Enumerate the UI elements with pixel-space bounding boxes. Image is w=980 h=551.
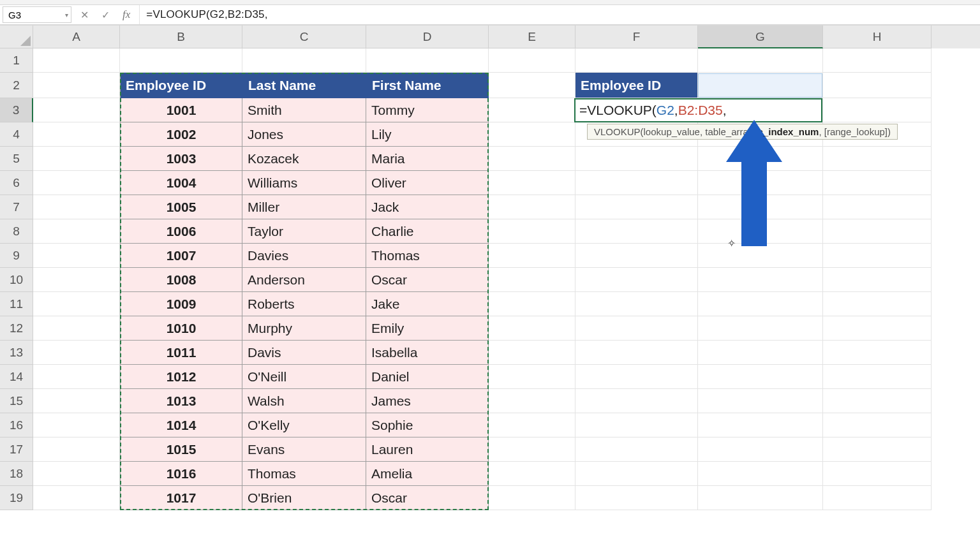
formula-input[interactable]: =VLOOKUP(G2,B2:D35, <box>140 5 980 24</box>
cell-H17[interactable] <box>823 437 932 462</box>
cell-F16[interactable] <box>575 413 698 437</box>
cell-E15[interactable] <box>489 389 575 413</box>
row-header-12[interactable]: 12 <box>0 316 33 341</box>
cell-C4[interactable]: Jones <box>242 122 366 147</box>
cell-A4[interactable] <box>33 122 120 147</box>
cell-A13[interactable] <box>33 341 120 365</box>
select-all-corner[interactable] <box>0 26 33 48</box>
row-header-15[interactable]: 15 <box>0 389 33 413</box>
cell-H7[interactable] <box>823 195 932 219</box>
row-header-8[interactable]: 8 <box>0 219 33 244</box>
cell-B19[interactable]: 1017 <box>120 486 242 510</box>
cell-C3[interactable]: Smith <box>242 98 366 122</box>
cell-D13[interactable]: Isabella <box>366 341 489 365</box>
cell-C12[interactable]: Murphy <box>242 316 366 341</box>
cell-E2[interactable] <box>489 73 575 98</box>
cell-B18[interactable]: 1016 <box>120 462 242 486</box>
cell-A15[interactable] <box>33 389 120 413</box>
cell-B15[interactable]: 1013 <box>120 389 242 413</box>
cell-H18[interactable] <box>823 462 932 486</box>
cell-G17[interactable] <box>698 437 823 462</box>
cell-D1[interactable] <box>366 48 489 73</box>
cell-F18[interactable] <box>575 462 698 486</box>
cell-F13[interactable] <box>575 341 698 365</box>
cell-G19[interactable] <box>698 486 823 510</box>
cell-D2[interactable]: First Name <box>366 73 489 98</box>
cell-H10[interactable] <box>823 268 932 292</box>
row-header-16[interactable]: 16 <box>0 413 33 437</box>
cell-G8[interactable] <box>698 219 823 244</box>
cell-H9[interactable] <box>823 244 932 268</box>
row-header-18[interactable]: 18 <box>0 462 33 486</box>
cell-G5[interactable] <box>698 147 823 171</box>
cell-A16[interactable] <box>33 413 120 437</box>
cell-B8[interactable]: 1006 <box>120 219 242 244</box>
cell-C5[interactable]: Kozacek <box>242 147 366 171</box>
enter-icon[interactable]: ✓ <box>101 9 110 21</box>
cell-C15[interactable]: Walsh <box>242 389 366 413</box>
cell-A1[interactable] <box>33 48 120 73</box>
cell-C10[interactable]: Anderson <box>242 268 366 292</box>
cell-B13[interactable]: 1011 <box>120 341 242 365</box>
cell-B9[interactable]: 1007 <box>120 244 242 268</box>
cell-E17[interactable] <box>489 437 575 462</box>
cell-F9[interactable] <box>575 244 698 268</box>
cell-A6[interactable] <box>33 171 120 195</box>
cell-H13[interactable] <box>823 341 932 365</box>
cell-F12[interactable] <box>575 316 698 341</box>
cell-C2[interactable]: Last Name <box>242 73 366 98</box>
cell-F17[interactable] <box>575 437 698 462</box>
row-header-6[interactable]: 6 <box>0 171 33 195</box>
cell-D15[interactable]: James <box>366 389 489 413</box>
cell-H11[interactable] <box>823 292 932 316</box>
cell-A17[interactable] <box>33 437 120 462</box>
cell-B14[interactable]: 1012 <box>120 365 242 389</box>
row-header-2[interactable]: 2 <box>0 73 33 98</box>
cell-C7[interactable]: Miller <box>242 195 366 219</box>
col-header-H[interactable]: H <box>823 26 932 48</box>
cell-E19[interactable] <box>489 486 575 510</box>
col-header-G[interactable]: G <box>698 26 823 48</box>
cell-D9[interactable]: Thomas <box>366 244 489 268</box>
cell-G1[interactable] <box>698 48 823 73</box>
cell-G3-editing[interactable]: =VLOOKUP(G2,B2:D35, <box>574 98 822 122</box>
cell-G15[interactable] <box>698 389 823 413</box>
col-header-C[interactable]: C <box>242 26 366 48</box>
cell-D3[interactable]: Tommy <box>366 98 489 122</box>
col-header-E[interactable]: E <box>489 26 575 48</box>
cell-H16[interactable] <box>823 413 932 437</box>
cell-E3[interactable] <box>489 98 575 122</box>
cell-G14[interactable] <box>698 365 823 389</box>
cell-F7[interactable] <box>575 195 698 219</box>
cell-A10[interactable] <box>33 268 120 292</box>
cell-A7[interactable] <box>33 195 120 219</box>
cell-H8[interactable] <box>823 219 932 244</box>
cell-E9[interactable] <box>489 244 575 268</box>
row-header-10[interactable]: 10 <box>0 268 33 292</box>
cell-B1[interactable] <box>120 48 242 73</box>
row-header-3[interactable]: 3 <box>0 98 33 122</box>
cell-H19[interactable] <box>823 486 932 510</box>
col-header-B[interactable]: B <box>120 26 242 48</box>
row-header-13[interactable]: 13 <box>0 341 33 365</box>
cell-F6[interactable] <box>575 171 698 195</box>
cell-F15[interactable] <box>575 389 698 413</box>
worksheet[interactable]: A B C D E F G H 1 2 3 4 5 6 7 8 9 10 11 … <box>0 26 980 510</box>
cell-D19[interactable]: Oscar <box>366 486 489 510</box>
cell-E16[interactable] <box>489 413 575 437</box>
cell-D10[interactable]: Oscar <box>366 268 489 292</box>
cell-E4[interactable] <box>489 122 575 147</box>
cell-G7[interactable] <box>698 195 823 219</box>
cell-E8[interactable] <box>489 219 575 244</box>
cell-C16[interactable]: O'Kelly <box>242 413 366 437</box>
cell-G11[interactable] <box>698 292 823 316</box>
cell-F8[interactable] <box>575 219 698 244</box>
cell-F11[interactable] <box>575 292 698 316</box>
cell-E14[interactable] <box>489 365 575 389</box>
cell-C1[interactable] <box>242 48 366 73</box>
fx-icon[interactable]: fx <box>122 8 130 21</box>
cell-A18[interactable] <box>33 462 120 486</box>
cell-B2[interactable]: Employee ID <box>120 73 242 98</box>
cell-B11[interactable]: 1009 <box>120 292 242 316</box>
col-header-F[interactable]: F <box>575 26 698 48</box>
